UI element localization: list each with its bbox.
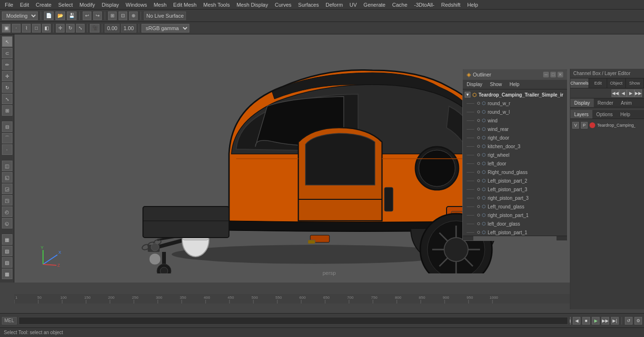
outliner-content[interactable]: ▼ ⬡ Teardrop_Camping_Trailer_Simple_ir ⬡… [463,89,567,236]
menu-mesh-display[interactable]: Mesh Display [234,1,271,8]
move-btn[interactable]: ✛ [56,24,65,33]
tab-display[interactable]: Display [570,98,594,107]
play-end-btn[interactable]: ▶| [611,317,619,325]
step-fwd-btn[interactable]: ▶▶ [601,317,609,325]
menu-curves[interactable]: Curves [272,1,295,8]
tab-show[interactable]: Show [626,78,644,88]
rotate-btn[interactable]: ↻ [66,24,75,33]
menu-file[interactable]: File [2,1,16,8]
outliner-menu-display[interactable]: Display [465,82,484,87]
menu-help[interactable]: Help [464,1,481,8]
vert-btn[interactable]: · [12,24,21,33]
outliner-item-12[interactable]: ⬡ Left_round_glass [463,202,567,211]
outliner-maximize[interactable]: □ [550,72,556,77]
obj-mode-btn[interactable]: ▣ [2,24,11,33]
outliner-item-9[interactable]: ⬡ Left_piston_part_2 [463,176,567,185]
universal-tool[interactable]: ⊞ [2,105,12,116]
outliner-item-13[interactable]: ⬡ right_piston_part_1 [463,211,567,219]
paint-tool[interactable]: ✏ [2,59,12,70]
display-btn5[interactable]: ◴ [2,207,12,217]
tab-render[interactable]: Render [594,98,617,107]
ch-nav-right[interactable]: ▶▶ [634,89,642,97]
display-btn6[interactable]: ◵ [2,218,12,228]
display-btn4[interactable]: ◳ [2,195,12,206]
tab-edit[interactable]: Edit [589,78,607,88]
menu-edit[interactable]: Edit [17,1,32,8]
gamma-dropdown[interactable]: sRGB gamma [142,24,189,33]
menu-windows[interactable]: Windows [123,1,150,8]
tab-options[interactable]: Options [592,110,616,119]
ch-nav-fwd[interactable]: ▶ [627,89,634,97]
snap-grid[interactable]: ⊟ [2,121,12,132]
move-tool[interactable]: ✛ [2,71,12,81]
outliner-item-4[interactable]: ⬡ right_door [463,133,567,142]
scale-btn[interactable]: ⤡ [76,24,85,33]
layer-row-main[interactable]: V P Teardrop_Camping_Traile [572,121,642,130]
undo-btn[interactable]: ↩ [83,11,91,20]
menu-cache[interactable]: Cache [389,1,410,8]
snap-point[interactable]: · [2,144,12,155]
outliner-item-3[interactable]: ⬡ wind_rear [463,125,567,133]
outliner-item-6[interactable]: ⬡ rigt_wheel [463,151,567,159]
tab-anim[interactable]: Anim [617,98,636,107]
outliner-item-5[interactable]: ⬡ kitchen_door_3 [463,142,567,151]
tab-object[interactable]: Object [607,78,625,88]
save-btn[interactable]: 💾 [67,11,76,20]
render-btn2[interactable]: ▧ [2,246,12,256]
outliner-hscroll[interactable] [463,236,567,240]
render-btn4[interactable]: ▩ [2,269,12,279]
redo-btn[interactable]: ↪ [93,11,102,20]
menu-modify[interactable]: Modify [76,1,98,8]
open-btn[interactable]: 📂 [55,11,65,20]
snap-btn3[interactable]: ⊕ [129,11,138,20]
new-btn[interactable]: 📄 [44,11,54,20]
layer-p-btn[interactable]: P [581,122,588,129]
outliner-item-15[interactable]: ⬡ Left_piston_part_1 [463,228,567,236]
uvset-btn[interactable]: ◧ [42,24,51,33]
menu-uv[interactable]: UV [347,1,360,8]
menu-display[interactable]: Display [99,1,122,8]
play-btn[interactable]: ▶ [592,317,600,325]
outliner-item-7[interactable]: ⬡ left_door [463,159,567,168]
edge-btn[interactable]: ⌇ [22,24,31,33]
display-btn2[interactable]: ◱ [2,172,12,183]
timeline-ruler[interactable]: 1 50 100 150 200 250 300 350 400 450 500… [14,294,570,304]
render-btn3[interactable]: ▨ [2,257,12,268]
snap-btn1[interactable]: ⊞ [108,11,117,20]
ch-nav-left[interactable]: ◀◀ [611,89,619,97]
outliner-item-10[interactable]: ⬡ Left_piston_part_3 [463,185,567,194]
snap-btn2[interactable]: ⊡ [119,11,127,20]
select-tool[interactable]: ↖ [2,36,12,47]
tab-channels[interactable]: Channels [570,78,589,88]
outliner-item-2[interactable]: ⬡ wind [463,116,567,125]
mel-input[interactable] [19,317,568,325]
menu-surfaces[interactable]: Surfaces [295,1,322,8]
menu-mesh-tools[interactable]: Mesh Tools [200,1,232,8]
display-btn1[interactable]: ◫ [2,161,12,171]
scale-tool[interactable]: ⤡ [2,94,12,104]
menu-3dtoall[interactable]: -3DtoAll- [411,1,437,8]
face-btn[interactable]: □ [32,24,41,33]
loop-btn[interactable]: ↺ [625,317,633,325]
menu-generate[interactable]: Generate [360,1,388,8]
outliner-minimize[interactable]: ─ [543,72,549,77]
menu-deform[interactable]: Deform [323,1,346,8]
outliner-item-14[interactable]: ⬡ left_door_glass [463,219,567,228]
menu-redshift[interactable]: Redshift [438,1,463,8]
outliner-item-11[interactable]: ⬡ right_piston_part_3 [463,194,567,202]
tab-layers[interactable]: Layers [570,110,592,119]
tab-help-layer[interactable]: Help [616,110,634,119]
outliner-item-0[interactable]: ⬡ round_w_r [463,99,567,108]
outliner-menu-help[interactable]: Help [508,82,522,87]
settings-btn[interactable]: ⚙ [634,317,642,325]
menu-mesh[interactable]: Mesh [151,1,169,8]
lasso-tool[interactable]: ⊂ [2,48,12,58]
camera-btn[interactable]: 🎥 [90,24,99,33]
outliner-menu-show[interactable]: Show [488,82,504,87]
layer-v-btn[interactable]: V [572,122,579,129]
snap-curve[interactable]: ⌒ [2,133,12,143]
menu-select[interactable]: Select [55,1,76,8]
outliner-root[interactable]: ▼ ⬡ Teardrop_Camping_Trailer_Simple_ir [463,90,567,99]
stop-btn[interactable]: ■ [582,317,590,325]
display-btn3[interactable]: ◲ [2,184,12,194]
